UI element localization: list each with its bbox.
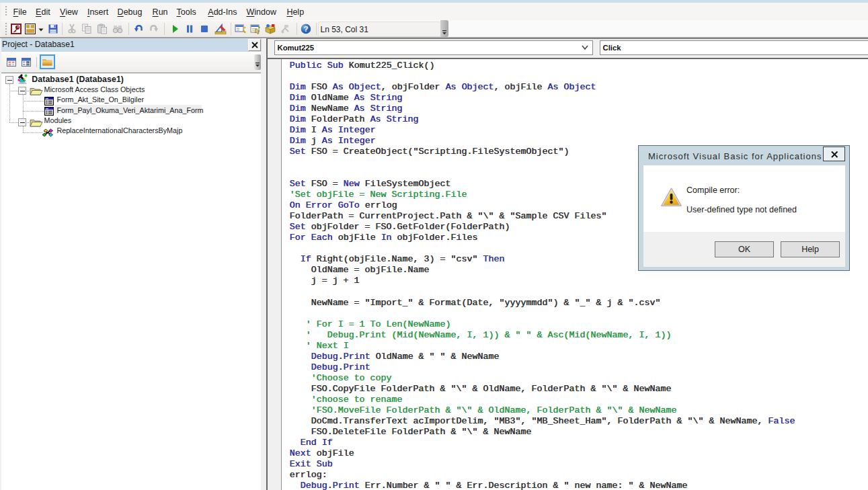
- svg-text:?: ?: [304, 25, 309, 33]
